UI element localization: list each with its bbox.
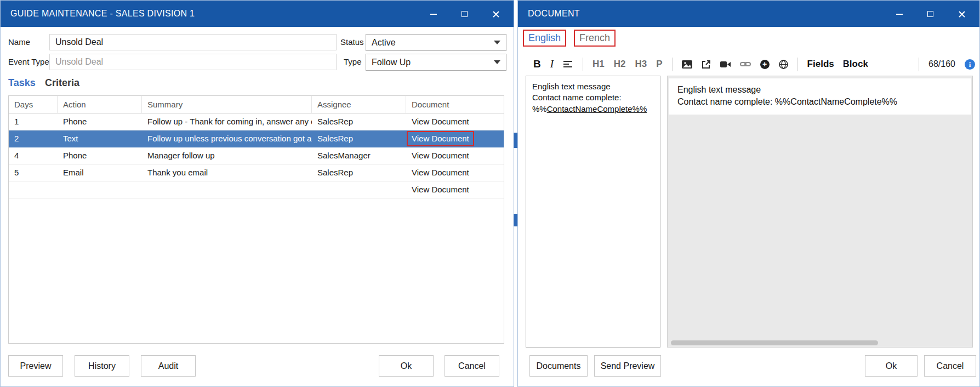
guide-maintenance-titlebar[interactable]: GUIDE MAINTENANCE - SALES DIVISION 1: [1, 1, 514, 27]
toolbar-separator: [919, 58, 919, 71]
col-summary[interactable]: Summary: [142, 96, 312, 113]
merge-field-token: ContactNameComplete%%: [547, 104, 647, 113]
ok-button[interactable]: Ok: [379, 355, 434, 377]
preview-button[interactable]: Preview: [8, 355, 63, 377]
italic-button[interactable]: I: [550, 58, 554, 70]
cell-days: 2: [9, 130, 58, 147]
cell-days: [9, 181, 58, 198]
cell-action: Phone: [58, 113, 142, 130]
external-link-icon[interactable]: [702, 60, 711, 69]
tab-english[interactable]: English: [523, 30, 566, 47]
view-document-link[interactable]: View Document: [412, 185, 469, 194]
col-assignee[interactable]: Assignee: [312, 96, 406, 113]
cell-days: 1: [9, 113, 58, 130]
cell-assignee: [312, 181, 406, 198]
audit-button[interactable]: Audit: [141, 355, 196, 377]
info-icon[interactable]: i: [965, 59, 975, 70]
document-titlebar[interactable]: DOCUMENT: [518, 1, 979, 27]
name-input[interactable]: [49, 34, 337, 50]
h2-button[interactable]: H2: [614, 59, 626, 70]
status-label: Status: [340, 34, 364, 50]
view-document-link[interactable]: View Document: [412, 117, 469, 126]
maximize-icon[interactable]: [927, 10, 935, 18]
language-tabs: English French: [523, 30, 616, 47]
cell-summary: Follow up unless previous conversation g…: [142, 130, 312, 147]
cell-days: 4: [9, 147, 58, 164]
h1-button[interactable]: H1: [592, 59, 605, 70]
cell-action: Email: [58, 164, 142, 181]
table-row[interactable]: 4 Phone Manager follow up SalesManager V…: [9, 147, 504, 164]
block-button[interactable]: Block: [844, 59, 868, 70]
documents-button[interactable]: Documents: [529, 355, 588, 377]
maximize-icon[interactable]: [461, 10, 469, 18]
cell-assignee: SalesManager: [312, 147, 406, 164]
chevron-down-icon: [494, 60, 500, 64]
video-icon[interactable]: [720, 61, 731, 68]
message-preview-pane: English text message Contact name comple…: [667, 76, 973, 348]
cell-summary: Thank you email: [142, 164, 312, 181]
tab-tasks[interactable]: Tasks: [8, 77, 36, 89]
align-left-icon[interactable]: [563, 60, 573, 69]
paragraph-button[interactable]: P: [656, 59, 662, 70]
window-title: GUIDE MAINTENANCE - SALES DIVISION 1: [10, 9, 430, 19]
col-action[interactable]: Action: [58, 96, 142, 113]
background-window-sliver: [514, 133, 517, 148]
image-icon[interactable]: [682, 60, 692, 69]
preview-line: English text message: [677, 84, 962, 96]
type-value: Follow Up: [372, 58, 489, 67]
tab-criteria[interactable]: Criteria: [45, 77, 79, 89]
close-icon[interactable]: [492, 10, 500, 18]
add-icon[interactable]: +: [760, 60, 770, 69]
tab-french[interactable]: French: [574, 30, 616, 47]
horizontal-scrollbar[interactable]: [671, 340, 878, 345]
toolbar-separator: [583, 58, 583, 71]
window-controls: [896, 10, 966, 18]
send-preview-button[interactable]: Send Preview: [594, 355, 661, 377]
close-icon[interactable]: [958, 10, 966, 18]
status-dropdown[interactable]: Active: [366, 34, 506, 51]
minimize-icon[interactable]: [430, 10, 438, 18]
cell-summary: Follow up - Thank for coming in, answer …: [142, 113, 312, 130]
document-window: DOCUMENT English French B I H1 H2 H3 P: [517, 0, 980, 387]
chevron-down-icon: [494, 41, 500, 44]
background-window-sliver: [514, 214, 517, 226]
col-days[interactable]: Days: [9, 96, 58, 113]
link-icon[interactable]: [740, 61, 751, 67]
character-counter: 68/160: [928, 59, 955, 69]
view-document-link-highlighted[interactable]: View Document: [407, 131, 474, 146]
table-header: Days Action Summary Assignee Document: [9, 96, 504, 113]
preview-message: English text message Contact name comple…: [669, 78, 971, 115]
toolbar-separator: [797, 58, 798, 71]
h3-button[interactable]: H3: [635, 59, 647, 70]
cancel-button[interactable]: Cancel: [445, 355, 499, 377]
bold-button[interactable]: B: [533, 58, 541, 70]
cell-assignee: SalesRep: [312, 113, 406, 130]
type-dropdown[interactable]: Follow Up: [366, 54, 506, 71]
history-button[interactable]: History: [75, 355, 129, 377]
type-label: Type: [344, 54, 362, 70]
status-value: Active: [372, 38, 489, 48]
globe-icon[interactable]: [779, 60, 788, 69]
minimize-icon[interactable]: [896, 10, 904, 18]
cell-assignee: SalesRep: [312, 164, 406, 181]
cell-days: 5: [9, 164, 58, 181]
view-document-link[interactable]: View Document: [412, 168, 469, 177]
editor-toolbar: B I H1 H2 H3 P + Fields Block 68/160 i: [533, 55, 975, 73]
fields-button[interactable]: Fields: [807, 59, 834, 70]
table-row[interactable]: View Document: [9, 181, 504, 198]
cell-action: Phone: [58, 147, 142, 164]
table-row[interactable]: 1 Phone Follow up - Thank for coming in,…: [9, 113, 504, 130]
ok-button[interactable]: Ok: [865, 355, 918, 377]
name-label: Name: [8, 34, 30, 50]
cancel-button[interactable]: Cancel: [924, 355, 976, 377]
view-document-link[interactable]: View Document: [412, 151, 469, 160]
event-type-label: Event Type: [8, 54, 49, 70]
col-document[interactable]: Document: [406, 96, 504, 113]
message-editor[interactable]: English text message Contact name comple…: [526, 76, 660, 348]
event-type-input[interactable]: [49, 54, 337, 70]
tasks-table: Days Action Summary Assignee Document 1 …: [8, 95, 504, 344]
table-row[interactable]: 5 Email Thank you email SalesRep View Do…: [9, 164, 504, 181]
toolbar-separator: [672, 58, 673, 71]
window-title: DOCUMENT: [528, 9, 896, 19]
table-row-selected[interactable]: 2 Text Follow up unless previous convers…: [9, 130, 504, 147]
